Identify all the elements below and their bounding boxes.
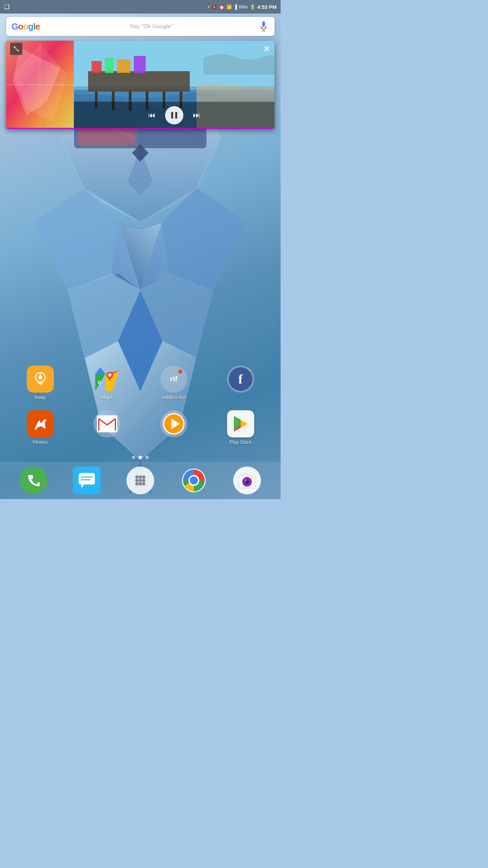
svg-rect-64: [99, 419, 99, 431]
gmail-icon: [94, 410, 121, 437]
svg-rect-65: [115, 419, 116, 431]
svg-point-87: [139, 475, 142, 479]
media-close-button[interactable]: ✕: [263, 44, 270, 54]
google-search-bar[interactable]: Google Say "Ok Google": [6, 17, 274, 36]
svg-point-98: [190, 476, 198, 485]
dock-chrome[interactable]: [180, 467, 208, 494]
playstore-label: Play Store: [229, 439, 251, 445]
app-playstore[interactable]: Play Store: [224, 410, 258, 445]
svg-point-88: [142, 475, 145, 479]
dock-messages[interactable]: [73, 467, 101, 494]
app-reddit[interactable]: rif reddit is fun: [157, 366, 191, 400]
status-bar-left: ❑: [4, 3, 9, 11]
svg-rect-105: [251, 477, 254, 479]
svg-rect-21: [262, 21, 265, 27]
fitness-label: Fitness: [33, 439, 48, 445]
svg-text:G: G: [98, 380, 101, 385]
bluetooth-icon: •: [208, 4, 209, 9]
svg-marker-81: [241, 420, 247, 428]
svg-rect-41: [105, 58, 114, 73]
svg-rect-104: [244, 474, 248, 476]
facebook-f: f: [229, 367, 252, 391]
page-dot-2[interactable]: [139, 456, 142, 459]
fitness-icon: [27, 410, 54, 437]
apps-row-2: Fitness: [7, 410, 274, 445]
app-fitness[interactable]: Fitness: [23, 410, 57, 445]
page-dots: [0, 456, 281, 459]
svg-point-56: [108, 373, 111, 377]
svg-rect-43: [134, 56, 146, 73]
svg-rect-40: [92, 61, 102, 73]
media-progress-bar[interactable]: [6, 128, 274, 129]
svg-point-90: [139, 479, 142, 482]
reddit-dot: [178, 370, 182, 374]
svg-line-24: [14, 46, 19, 51]
playstore-icon: [227, 410, 254, 437]
svg-point-93: [139, 482, 142, 486]
reddit-label: reddit is fun: [161, 395, 186, 400]
media-controls: ⏮ ⏭: [74, 102, 274, 129]
app-gmail[interactable]: [90, 410, 124, 439]
clock: 4:53 PM: [257, 4, 277, 10]
maps-label: Maps: [101, 395, 113, 400]
svg-point-86: [135, 475, 139, 479]
wifi-icon: 📶: [226, 4, 232, 9]
battery-level: 68%: [239, 4, 248, 9]
svg-rect-45: [175, 112, 177, 119]
dock: [0, 462, 281, 499]
media-player-header: ✕: [6, 41, 274, 57]
svg-point-89: [135, 479, 139, 482]
svg-point-91: [142, 479, 145, 482]
dock-all-apps[interactable]: [126, 467, 154, 494]
svg-rect-33: [88, 71, 190, 92]
svg-marker-83: [81, 485, 84, 488]
dock-phone[interactable]: [20, 467, 47, 494]
svg-point-103: [245, 479, 247, 481]
maps-icon: G: [94, 366, 121, 393]
dropbox-icon: ❑: [4, 3, 9, 11]
app-keep[interactable]: Keep: [23, 366, 57, 400]
facebook-icon: 1 f: [227, 366, 254, 393]
keep-label: Keep: [35, 395, 46, 400]
google-mic-icon[interactable]: [258, 21, 269, 32]
svg-point-92: [135, 482, 139, 486]
alarm-icon: ⏰: [219, 4, 224, 9]
page-dot-3[interactable]: [145, 456, 149, 459]
keep-icon: [27, 366, 54, 393]
media-expand-button[interactable]: [10, 43, 22, 55]
battery-icon: 🔋: [250, 4, 255, 9]
signal-icon: ▐: [234, 4, 237, 9]
svg-rect-42: [117, 59, 130, 73]
svg-rect-44: [171, 112, 173, 119]
google-logo: Google: [12, 21, 40, 32]
media-player[interactable]: ✕: [6, 41, 274, 129]
status-bar: ❑ • 🔕 ⏰ 📶 ▐ 68% 🔋 4:53 PM: [0, 0, 281, 14]
app-playmusic[interactable]: [157, 410, 191, 439]
media-rewind-button[interactable]: ⏮: [148, 111, 156, 120]
svg-marker-52: [95, 367, 105, 374]
app-facebook[interactable]: 1 f: [224, 366, 258, 395]
svg-point-94: [142, 482, 145, 486]
page-dot-1[interactable]: [132, 456, 135, 459]
dock-camera[interactable]: [233, 467, 261, 494]
reddit-icon: rif: [160, 366, 187, 393]
media-forward-button[interactable]: ⏭: [193, 111, 200, 120]
svg-rect-82: [79, 473, 95, 485]
playmusic-icon: [160, 410, 187, 437]
svg-point-50: [38, 375, 42, 379]
search-placeholder[interactable]: Say "Ok Google": [45, 23, 258, 30]
status-bar-right: • 🔕 ⏰ 📶 ▐ 68% 🔋 4:53 PM: [208, 4, 277, 10]
vibrate-icon: 🔕: [211, 4, 217, 9]
reddit-text: rif: [170, 375, 178, 383]
media-pause-button[interactable]: [165, 106, 183, 124]
apps-grid: Keep G: [0, 366, 281, 455]
svg-point-69: [170, 420, 177, 427]
apps-row-1: Keep G: [7, 366, 274, 400]
app-maps[interactable]: G Maps: [90, 366, 124, 400]
